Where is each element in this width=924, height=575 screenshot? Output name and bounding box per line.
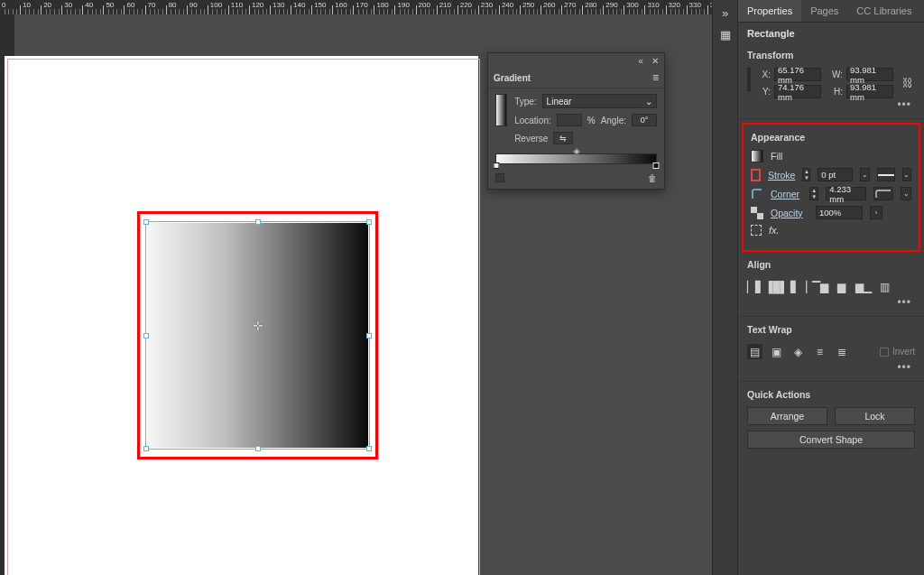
tab-properties[interactable]: Properties	[738, 0, 801, 22]
opacity-input[interactable]: 100%	[816, 206, 863, 219]
gradient-reverse-button[interactable]: ⇋	[553, 132, 573, 144]
stroke-weight-dropdown[interactable]: ⌄	[860, 168, 869, 181]
fx-button[interactable]: fx.	[769, 225, 780, 236]
corner-shape-dropdown[interactable]: ⌄	[901, 187, 911, 200]
stroke-style-dropdown[interactable]: ⌄	[902, 168, 911, 181]
align-to-icon[interactable]: ▥	[877, 279, 892, 294]
dock-collapse-icon[interactable]: »	[718, 5, 733, 20]
y-input[interactable]: 74.176 mm	[774, 85, 821, 98]
appearance-section: Appearance Fill Stroke ▲▼ 0 pt ⌄ ⌄ Corne…	[742, 123, 920, 252]
align-title: Align	[747, 259, 915, 270]
resize-handle-bm[interactable]	[255, 446, 261, 451]
gradient-reverse-label: Reverse	[514, 134, 548, 144]
align-more-options[interactable]: •••	[747, 296, 915, 309]
gradient-location-value[interactable]	[557, 114, 582, 126]
transform-more-options[interactable]: •••	[747, 98, 915, 111]
dock-icon-strip: » ▦	[713, 0, 738, 575]
properties-tabs: Properties Pages CC Libraries	[738, 0, 924, 23]
x-label: X:	[758, 70, 771, 79]
lock-button[interactable]: Lock	[835, 407, 915, 425]
svg-rect-1	[751, 207, 757, 213]
opacity-more[interactable]: ›	[870, 206, 882, 219]
resize-handle-ml[interactable]	[143, 333, 149, 339]
stroke-swatch-icon[interactable]	[751, 169, 761, 181]
svg-rect-2	[757, 213, 763, 219]
panel-collapse-icon[interactable]: «	[635, 55, 646, 66]
gradient-stop-end[interactable]	[653, 162, 660, 169]
w-label: W:	[830, 70, 843, 79]
constrain-proportions-icon[interactable]: ⛓	[902, 77, 915, 89]
text-wrap-title: Text Wrap	[747, 324, 915, 335]
y-label: Y:	[758, 87, 771, 97]
transform-section: Transform X:65.176 mm Y:74.176 mm W:93.9…	[738, 42, 924, 119]
wrap-jump-icon[interactable]: ≡	[812, 344, 827, 359]
corner-stepper[interactable]: ▲▼	[809, 187, 818, 200]
quick-actions-section: Quick Actions Arrange Lock Convert Shape	[738, 382, 924, 461]
selected-rectangle[interactable]	[147, 223, 368, 448]
corner-input[interactable]: 4.233 mm	[826, 187, 866, 200]
resize-handle-bl[interactable]	[143, 446, 149, 451]
align-hcenter-icon[interactable]: ▐█▌	[769, 279, 784, 294]
stroke-label[interactable]: Stroke	[768, 170, 795, 181]
chevron-down-icon: ⌄	[645, 97, 652, 107]
fill-label[interactable]: Fill	[771, 151, 808, 162]
trash-icon[interactable]: 🗑	[648, 173, 657, 183]
arrange-button[interactable]: Arrange	[747, 407, 827, 425]
gradient-stop-color-swatch[interactable]	[495, 173, 504, 182]
resize-handle-mr[interactable]	[366, 333, 372, 339]
gradient-location-unit: %	[587, 116, 596, 125]
panel-menu-icon[interactable]: ≡	[652, 71, 659, 84]
resize-handle-tl[interactable]	[143, 219, 149, 225]
gradient-preview-swatch[interactable]	[495, 94, 507, 126]
opacity-label[interactable]: Opacity	[771, 208, 808, 218]
stroke-weight-stepper[interactable]: ▲▼	[802, 168, 810, 181]
x-input[interactable]: 65.176 mm	[774, 68, 821, 81]
wrap-jump-column-icon[interactable]: ≣	[834, 344, 849, 359]
align-top-icon[interactable]: ▔▆	[812, 279, 827, 294]
right-dock: » ▦ Properties Pages CC Libraries Rectan…	[712, 0, 924, 575]
selection-bounds[interactable]: ✛	[145, 221, 370, 450]
resize-handle-tr[interactable]	[366, 219, 372, 225]
stroke-style-swatch[interactable]	[877, 168, 895, 181]
align-vcenter-icon[interactable]: ▆	[834, 279, 849, 294]
appearance-title: Appearance	[751, 132, 911, 143]
gradient-type-value: Linear	[547, 97, 572, 107]
gradient-stop-start[interactable]	[494, 162, 500, 169]
text-wrap-more-options[interactable]: •••	[747, 361, 915, 374]
corner-label[interactable]: Corner	[771, 189, 802, 199]
align-bottom-icon[interactable]: ▆▁	[855, 279, 871, 294]
resize-handle-tm[interactable]	[255, 219, 261, 225]
selected-object-type: Rectangle	[738, 23, 924, 42]
gradient-panel-title: Gradient	[494, 73, 531, 83]
center-crosshair-icon: ✛	[253, 319, 263, 333]
w-input[interactable]: 93.981 mm	[846, 68, 893, 81]
convert-shape-button[interactable]: Convert Shape	[747, 431, 915, 449]
wrap-invert-checkbox[interactable]	[880, 348, 889, 357]
align-section: Align ▏▋ ▐█▌ ▋▕ ▔▆ ▆ ▆▁ ▥ •••	[738, 252, 924, 317]
wrap-invert-label: Invert	[892, 347, 915, 357]
reference-point-grid[interactable]	[747, 68, 751, 91]
gradient-ramp[interactable]	[495, 153, 657, 164]
wrap-shape-icon[interactable]: ◈	[790, 344, 806, 359]
gradient-type-select[interactable]: Linear ⌄	[542, 94, 657, 108]
align-right-icon[interactable]: ▋▕	[790, 279, 806, 294]
resize-handle-br[interactable]	[366, 446, 372, 451]
opacity-icon	[751, 207, 763, 219]
panel-close-icon[interactable]: ✕	[650, 55, 661, 66]
fill-swatch-icon[interactable]	[751, 150, 763, 162]
corner-shape-swatch[interactable]	[873, 187, 893, 200]
gradient-panel[interactable]: « ✕ Gradient ≡ Type: Linear ⌄ Location: …	[487, 52, 665, 190]
h-input[interactable]: 93.981 mm	[846, 85, 893, 98]
stroke-weight-input[interactable]: 0 pt	[818, 168, 853, 181]
align-left-icon[interactable]: ▏▋	[747, 279, 762, 294]
tab-cc-libraries[interactable]: CC Libraries	[847, 0, 920, 22]
tab-pages[interactable]: Pages	[801, 0, 847, 22]
gradient-angle-value[interactable]: 0°	[632, 114, 657, 126]
gradient-angle-label: Angle:	[601, 116, 626, 125]
wrap-none-icon[interactable]: ▤	[747, 344, 762, 359]
wrap-bounding-icon[interactable]: ▣	[769, 344, 784, 359]
properties-panel-icon[interactable]: ▦	[718, 27, 733, 42]
text-wrap-section: Text Wrap ▤ ▣ ◈ ≡ ≣ Invert •••	[738, 317, 924, 382]
gradient-location-label: Location:	[514, 116, 551, 125]
effects-target-icon[interactable]	[751, 225, 762, 236]
